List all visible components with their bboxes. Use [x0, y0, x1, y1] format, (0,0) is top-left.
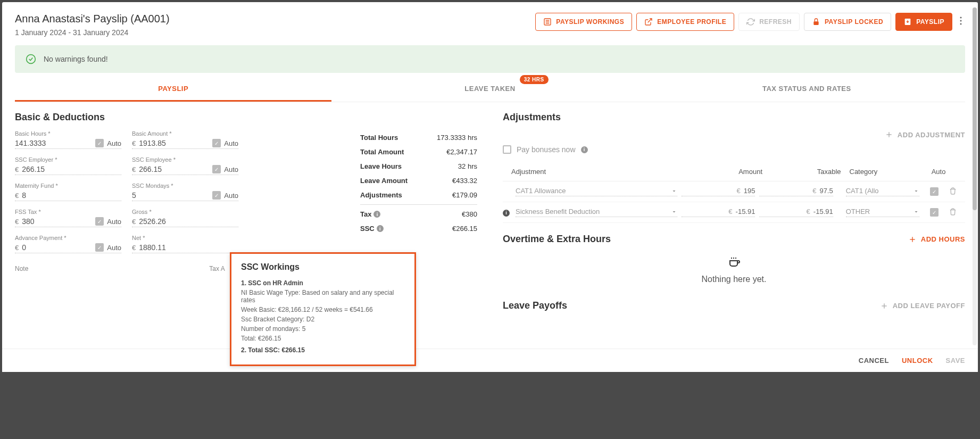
info-icon[interactable]: i	[581, 146, 588, 153]
advance-field: Advance Payment * € ✓Auto	[15, 235, 121, 253]
scrollbar-thumb[interactable]	[973, 7, 977, 210]
auto-label: Auto	[107, 139, 121, 147]
category-name: OTHER	[846, 208, 870, 216]
add-adjustment-button[interactable]: ADD ADJUSTMENT	[885, 130, 965, 139]
checkbox-icon[interactable]: ✓	[95, 243, 104, 252]
ssc-label: SSC	[360, 225, 375, 233]
svg-line-4	[648, 19, 652, 22]
more-menu-button[interactable]	[957, 13, 965, 30]
auto-label: Auto	[224, 139, 238, 147]
svg-point-9	[960, 23, 962, 25]
unlock-button[interactable]: UNLOCK	[902, 357, 933, 365]
currency-symbol: €	[132, 218, 136, 226]
maternity-input[interactable]	[22, 191, 121, 200]
checkbox-icon[interactable]: ✓	[212, 165, 221, 173]
currency-symbol: €	[132, 165, 136, 173]
basic-hours-field: Basic Hours * ✓Auto	[15, 130, 121, 149]
download-icon	[903, 18, 912, 26]
payslip-workings-button[interactable]: PAYSLIP WORKINGS	[535, 13, 632, 31]
scrollbar[interactable]	[973, 7, 977, 345]
overtime-title: Overtime & Extra Hours	[503, 234, 611, 245]
payslip-button[interactable]: PAYSLIP	[895, 13, 952, 31]
leave-hours-badge: 32 HRS	[520, 75, 549, 84]
list-icon	[543, 18, 552, 26]
save-button[interactable]: SAVE	[946, 357, 965, 365]
refresh-label: REFRESH	[759, 18, 792, 26]
currency-symbol: €	[15, 218, 19, 226]
auto-checkbox[interactable]: ✓	[930, 187, 939, 196]
add-adjustment-label: ADD ADJUSTMENT	[898, 131, 965, 139]
ssc-mondays-input[interactable]	[132, 191, 209, 200]
modal-footer: CANCEL UNLOCK SAVE	[2, 349, 978, 372]
employee-profile-label: EMPLOYEE PROFILE	[657, 18, 726, 26]
kebab-icon	[960, 16, 962, 25]
advance-input[interactable]	[22, 243, 92, 252]
ssc-employer-input[interactable]	[22, 165, 121, 173]
currency-symbol: €	[812, 187, 816, 195]
coffee-icon	[728, 255, 741, 268]
tab-payslip[interactable]: PAYSLIP	[15, 77, 331, 102]
pay-bonuses-checkbox[interactable]	[503, 145, 511, 154]
checkbox-icon[interactable]: ✓	[212, 191, 221, 200]
right-column: Adjustments ADD ADJUSTMENT Pay bonuses n…	[490, 102, 965, 349]
add-hours-button[interactable]: ADD HOURS	[908, 235, 965, 244]
basic-amount-input[interactable]	[139, 139, 209, 147]
currency-symbol: €	[807, 208, 810, 216]
add-hours-label: ADD HOURS	[921, 235, 965, 243]
refresh-button[interactable]: REFRESH	[738, 13, 800, 31]
col-category: Category	[841, 168, 928, 176]
net-input[interactable]	[139, 243, 238, 252]
basic-hours-input[interactable]	[15, 139, 92, 147]
ssc-employee-field: SSC Employee * € ✓Auto	[132, 156, 238, 175]
plus-icon	[908, 235, 917, 244]
popover-line: 1. SSC on HR Admin	[241, 279, 405, 287]
notice-banner: No warnings found!	[15, 45, 965, 73]
adjustment-amount[interactable]: 195	[744, 187, 755, 195]
col-auto: Auto	[928, 168, 949, 176]
currency-symbol: €	[15, 244, 19, 252]
popover-title: SSC Workings	[241, 262, 405, 272]
leave-amount-label: Leave Amount	[360, 177, 408, 185]
delete-row-button[interactable]	[949, 208, 965, 217]
auto-checkbox[interactable]: ✓	[930, 208, 939, 217]
add-leave-payoff-button[interactable]: ADD LEAVE PAYOFF	[880, 302, 965, 310]
checkbox-icon[interactable]: ✓	[95, 139, 104, 147]
cancel-button[interactable]: CANCEL	[859, 357, 889, 365]
checkbox-icon[interactable]: ✓	[212, 139, 221, 147]
gross-input[interactable]	[139, 217, 238, 226]
adjustment-row: i Sickness Benefit Deduction €-15.91 €-1…	[503, 202, 965, 223]
adjustment-select[interactable]: CAT1 Allowance	[516, 187, 677, 196]
tab-leave-taken[interactable]: LEAVE TAKEN 32 HRS	[331, 77, 648, 102]
adjustments-title: Adjustments	[503, 112, 965, 123]
tab-tax-status[interactable]: TAX STATUS AND RATES	[649, 77, 965, 102]
info-icon[interactable]: i	[373, 211, 380, 218]
delete-row-button[interactable]	[949, 187, 965, 196]
category-select[interactable]: CAT1 (Allo	[846, 187, 919, 196]
total-amount-value: €2,347.17	[446, 148, 477, 156]
adjustment-taxable[interactable]: -15.91	[813, 208, 833, 216]
checkbox-icon[interactable]: ✓	[95, 217, 104, 226]
category-select[interactable]: OTHER	[846, 208, 919, 217]
net-field: Net * €	[132, 235, 238, 253]
payslip-locked-button[interactable]: PAYSLIP LOCKED	[804, 13, 891, 31]
fss-tax-input[interactable]	[22, 217, 92, 226]
adjustment-taxable[interactable]: 97.5	[819, 187, 833, 195]
external-link-icon	[644, 18, 653, 26]
info-icon[interactable]: i	[503, 210, 510, 217]
currency-symbol: €	[737, 187, 741, 195]
overtime-empty: Nothing here yet.	[503, 250, 965, 289]
employee-profile-button[interactable]: EMPLOYEE PROFILE	[636, 13, 734, 31]
basic-deductions-title: Basic & Deductions	[15, 112, 477, 123]
title-block: Anna Anastasi's Payslip (AA001) 1 Januar…	[15, 13, 170, 37]
date-range: 1 January 2024 - 31 January 2024	[15, 28, 170, 37]
tax-value: €380	[462, 210, 477, 218]
adjustment-row: CAT1 Allowance €195 €97.5 CAT1 (Allo ✓	[503, 181, 965, 202]
category-name: CAT1 (Allo	[846, 187, 879, 195]
empty-text: Nothing here yet.	[503, 275, 965, 284]
adjustment-amount[interactable]: -15.91	[736, 208, 755, 216]
ssc-employee-input[interactable]	[139, 165, 209, 173]
adjustment-select[interactable]: Sickness Benefit Deduction	[516, 208, 677, 217]
modal-header: Anna Anastasi's Payslip (AA001) 1 Januar…	[2, 2, 978, 37]
ssc-employer-label: SSC Employer *	[15, 156, 121, 163]
info-icon[interactable]: i	[377, 225, 384, 232]
